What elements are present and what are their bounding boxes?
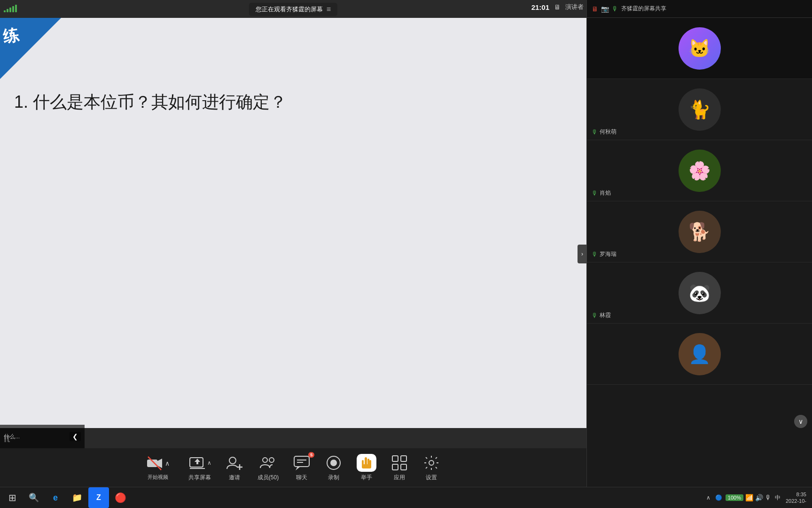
- apps-label: 应用: [394, 474, 405, 482]
- zoom-app-button[interactable]: Z: [88, 487, 109, 508]
- zoom-percent: 100%: [726, 494, 743, 501]
- raise-hand-button[interactable]: 举手: [357, 454, 376, 482]
- participant-item-1: 🐈 🎙 何秋萌: [587, 79, 812, 140]
- participant-item-presenter: 🐱: [587, 18, 812, 79]
- record-label: 录制: [328, 474, 339, 482]
- tray-expand[interactable]: ∧: [705, 494, 712, 501]
- avatar-1: 🐈: [679, 88, 721, 131]
- tray-zoom[interactable]: 🔵: [714, 494, 724, 501]
- svg-rect-25: [401, 464, 406, 470]
- svg-point-10: [269, 458, 274, 462]
- clock-time: 8:35: [796, 491, 806, 498]
- scroll-down-button[interactable]: ∨: [794, 415, 807, 428]
- participant-name-4: 🎙 林霞: [592, 311, 611, 319]
- invite-label: 邀请: [229, 474, 240, 482]
- chat-label: 聊天: [296, 474, 307, 482]
- svg-point-26: [429, 460, 434, 465]
- svg-rect-23: [401, 456, 406, 461]
- slide-area: 练 1. 什么是本位币？其如何进行确定？: [0, 18, 586, 428]
- presenter-row: 🖥 📷 🎙 齐猱霆的屏幕共享: [587, 0, 812, 18]
- share-screen-button[interactable]: ∧ 共享屏幕: [188, 454, 211, 482]
- avatar-3: 🐕: [679, 211, 721, 253]
- tray-mic[interactable]: 🎙: [765, 494, 772, 501]
- participant-name-2: 🎙 肖焰: [592, 189, 611, 197]
- apps-button[interactable]: 应用: [390, 454, 408, 482]
- menu-icon[interactable]: ≡: [327, 5, 331, 14]
- start-button[interactable]: ⊞: [2, 487, 23, 508]
- avatar-2: 🌸: [679, 150, 721, 192]
- file-explorer-button[interactable]: 📁: [67, 487, 87, 508]
- video-label: 开始视频: [148, 474, 168, 481]
- sidebar: › 🖥 📷 🎙 齐猱霆的屏幕共享 🐱 🐈 🎙 何秋萌 🌸 🎙 肖焰: [586, 0, 812, 508]
- members-label: 成员(50): [258, 474, 279, 482]
- raise-hand-label: 举手: [361, 474, 372, 482]
- share-screen-label: 共享屏幕: [188, 474, 211, 482]
- corner-text: 练: [1, 24, 20, 48]
- avatar-presenter: 🐱: [679, 27, 721, 70]
- search-button[interactable]: 🔍: [23, 487, 44, 508]
- chat-button[interactable]: 5 聊天: [293, 454, 311, 482]
- participant-item-2: 🌸 🎙 肖焰: [587, 140, 812, 201]
- zoom-toolbar: ∧ 开始视频 ∧ 共享屏幕: [0, 448, 586, 487]
- screen-share-banner: 您正在观看齐猱霆的屏幕 ≡: [249, 3, 337, 16]
- svg-marker-5: [195, 459, 200, 464]
- thumbnail-text: 什么...: [4, 433, 67, 441]
- monitor-icon: 🖥: [554, 3, 561, 11]
- svg-marker-14: [296, 467, 300, 470]
- edge-browser-button[interactable]: e: [45, 487, 66, 508]
- chat-badge: 5: [308, 452, 314, 458]
- screen-share-icon: 🖥: [592, 5, 598, 13]
- thumbnail-collapse-button[interactable]: ❮: [70, 432, 81, 441]
- participant-name-1: 🎙 何秋萌: [592, 128, 617, 136]
- avatar-4: 🐼: [679, 272, 721, 314]
- svg-point-16: [330, 460, 337, 466]
- invite-button[interactable]: 邀请: [226, 454, 243, 482]
- participant-item-5: 👤: [587, 324, 812, 385]
- video-arrow[interactable]: ∧: [165, 460, 170, 467]
- svg-point-6: [229, 457, 236, 464]
- participant-item-4: 🐼 🎙 林霞: [587, 262, 812, 324]
- thumbnail-bar: 什么... ❮: [0, 425, 85, 448]
- participant-item-3: 🐕 🎙 罗海瑞: [587, 201, 812, 262]
- tray-ime[interactable]: 中: [773, 494, 782, 502]
- members-button[interactable]: 成员(50): [258, 454, 279, 482]
- share-arrow[interactable]: ∧: [207, 460, 211, 466]
- video-button[interactable]: ∧ 开始视频: [146, 455, 170, 481]
- svg-rect-22: [392, 456, 398, 461]
- sidebar-collapse-button[interactable]: ›: [578, 245, 587, 263]
- settings-label: 设置: [426, 474, 437, 482]
- taskbar-right: ∧ 🔵 100% 📶 🔊 🎙 中 8:35 2022-10-: [701, 491, 812, 505]
- svg-rect-21: [362, 464, 371, 468]
- clock-date: 2022-10-: [786, 498, 806, 504]
- taskbar-left: ⊞ 🔍 e 📁 Z 🔴: [0, 487, 133, 508]
- top-right-controls: 21:01 🖥 演讲者: [531, 3, 584, 11]
- tray-network[interactable]: 📶: [745, 494, 753, 501]
- red-app-button[interactable]: 🔴: [110, 487, 131, 508]
- svg-rect-24: [392, 464, 398, 470]
- time-display: 21:01: [531, 3, 549, 11]
- settings-button[interactable]: 设置: [422, 454, 440, 482]
- windows-taskbar: ⊞ 🔍 e 📁 Z 🔴 ∧ 🔵 100% 📶 🔊 🎙 中 8:35: [0, 487, 812, 508]
- presenter-name: 齐猱霆的屏幕共享: [621, 5, 666, 13]
- record-button[interactable]: 录制: [325, 454, 343, 482]
- banner-text: 您正在观看齐猱霆的屏幕: [256, 5, 323, 14]
- main-content-area: 您正在观看齐猱霆的屏幕 ≡ 21:01 🖥 演讲者 练 1. 什么是本位币？其如…: [0, 0, 586, 508]
- presenter-label: 演讲者: [565, 3, 584, 11]
- participant-name-3: 🎙 罗海瑞: [592, 250, 617, 258]
- camera-off-icon: 📷: [601, 5, 609, 13]
- signal-bars: [4, 4, 17, 12]
- mic-on-icon: 🎙: [612, 5, 618, 13]
- svg-rect-11: [294, 456, 309, 467]
- clock: 8:35 2022-10-: [784, 491, 808, 505]
- tray-sound[interactable]: 🔊: [755, 494, 763, 501]
- avatar-5: 👤: [679, 333, 721, 375]
- slide-question: 1. 什么是本位币？其如何进行确定？: [14, 91, 287, 114]
- svg-point-9: [263, 458, 267, 462]
